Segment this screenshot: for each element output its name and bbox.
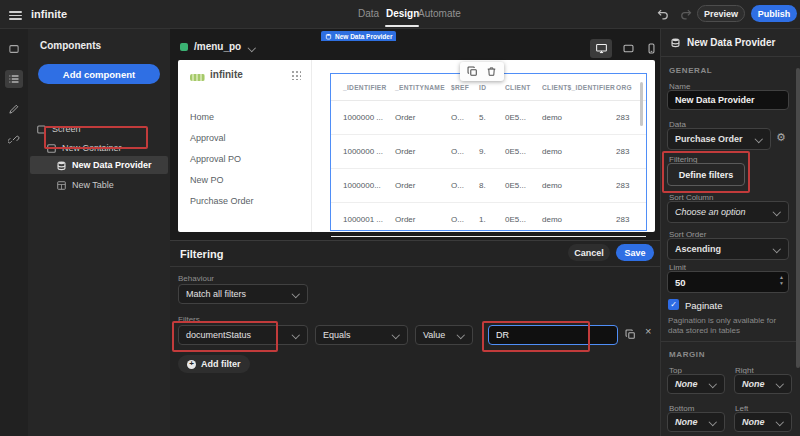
- table-row[interactable]: 1000000...OrderO...8.0E5...demo283: [331, 169, 646, 203]
- components-tree-icon[interactable]: [5, 70, 23, 88]
- table-cell: 1000000 ...: [343, 147, 395, 156]
- filter-value-input[interactable]: [488, 325, 618, 345]
- mobile-icon[interactable]: [640, 39, 662, 58]
- publish-button[interactable]: Publish: [751, 5, 797, 22]
- paginate-checkbox[interactable]: ✓: [668, 299, 679, 310]
- margin-right-select[interactable]: None: [734, 374, 792, 394]
- behaviour-select[interactable]: Match all filters: [178, 284, 308, 304]
- components-panel: Components Add component Screen New Cont…: [28, 28, 171, 436]
- chevron-down-icon: [457, 331, 465, 339]
- left-icon-rail: [0, 28, 29, 436]
- tab-design[interactable]: Design: [386, 8, 419, 19]
- screens-icon[interactable]: [5, 40, 23, 58]
- duplicate-filter-icon[interactable]: [625, 329, 636, 340]
- tree-item-label: Screen: [52, 124, 81, 134]
- remove-filter-icon[interactable]: ×: [645, 325, 651, 337]
- tablet-icon[interactable]: [617, 39, 639, 58]
- table-cell: 283: [616, 215, 646, 224]
- table-icon: [56, 180, 67, 191]
- data-source-select[interactable]: Purchase Order: [667, 128, 771, 150]
- add-filter-button[interactable]: + Add filter: [178, 355, 250, 373]
- theme-brush-icon[interactable]: [5, 100, 23, 118]
- menu-item-purchase-order[interactable]: Purchase Order: [190, 196, 254, 206]
- table-cell: Order: [395, 181, 451, 190]
- desktop-icon[interactable]: [590, 39, 612, 58]
- undo-icon[interactable]: [655, 7, 669, 21]
- name-input[interactable]: [667, 90, 789, 110]
- tree-item-new-container[interactable]: New Container: [46, 139, 166, 157]
- column-header[interactable]: CLIENT: [505, 84, 542, 91]
- preview-app-name: infinite: [210, 69, 243, 80]
- menu-item-home[interactable]: Home: [190, 112, 214, 122]
- table-cell: 1000000 ...: [343, 113, 395, 122]
- tree-item-new-data-provider[interactable]: New Data Provider: [30, 156, 168, 174]
- table-cell: demo: [542, 181, 616, 190]
- filter-operator-select[interactable]: Equals: [315, 325, 408, 345]
- table-cell: 1000000...: [343, 181, 395, 190]
- tab-data[interactable]: Data: [358, 8, 379, 19]
- filter-value-type-select[interactable]: Value: [415, 325, 473, 345]
- filtering-sheet: Filtering Cancel Save Behaviour Match al…: [170, 240, 660, 436]
- column-header[interactable]: $REF: [451, 84, 479, 91]
- column-header[interactable]: _ENTITYNAME: [395, 84, 451, 91]
- table-row[interactable]: 1000001 ...OrderO...1.0E5...demo283: [331, 203, 646, 237]
- tree-item-label: New Data Provider: [72, 160, 152, 170]
- preview-button[interactable]: Preview: [697, 5, 745, 22]
- duplicate-icon[interactable]: [467, 66, 478, 77]
- sort-column-select[interactable]: Choose an option: [667, 201, 789, 223]
- sort-order-select[interactable]: Ascending: [667, 238, 789, 260]
- apps-grid-icon[interactable]: [292, 71, 302, 81]
- page-selector[interactable]: /menu_po: [194, 41, 241, 52]
- tree-item-label: New Table: [72, 180, 114, 190]
- hamburger-menu-icon[interactable]: [9, 9, 22, 19]
- column-header[interactable]: _IDENTIFIER: [343, 84, 395, 91]
- tab-automate[interactable]: Automate: [418, 8, 461, 19]
- table-cell: 8.: [479, 181, 505, 190]
- inspector-scrollbar-thumb[interactable]: [796, 68, 800, 368]
- chevron-down-icon: [776, 380, 784, 388]
- menu-item-approval-po[interactable]: Approval PO: [190, 154, 241, 164]
- preview-table-body: 1000000 ...OrderO...5.0E5...demo28310000…: [331, 101, 646, 237]
- column-header[interactable]: CLIENT$_IDENTIFIER: [542, 84, 616, 91]
- margin-top-select[interactable]: None: [667, 374, 725, 394]
- margin-bottom-select[interactable]: None: [667, 412, 725, 432]
- gear-icon[interactable]: ⚙: [776, 131, 786, 144]
- filter-column-select[interactable]: documentStatus: [178, 325, 308, 345]
- component-selection-tag: New Data Provider: [321, 31, 396, 41]
- app-logo: [190, 74, 205, 81]
- redo-icon[interactable]: [680, 7, 694, 21]
- table-cell: O...: [451, 113, 479, 122]
- table-row[interactable]: 1000000 ...OrderO...5.0E5...demo283: [331, 101, 646, 135]
- table-cell: 9.: [479, 147, 505, 156]
- link-icon[interactable]: [5, 130, 23, 148]
- save-button[interactable]: Save: [616, 244, 654, 261]
- table-cell: 283: [616, 181, 646, 190]
- table-scrollbar-thumb[interactable]: [640, 82, 644, 126]
- active-tab-indicator: [385, 25, 419, 27]
- selected-data-provider-component[interactable]: _IDENTIFIER_ENTITYNAME$REFIDCLIENTCLIENT…: [330, 73, 647, 231]
- chevron-down-icon: [709, 380, 717, 388]
- stepper-arrows[interactable]: ▲▼: [779, 275, 784, 286]
- components-panel-title: Components: [40, 40, 101, 51]
- tree-item-new-table[interactable]: New Table: [56, 176, 166, 194]
- app-title: infinite: [31, 8, 67, 20]
- tree-item-screen[interactable]: Screen: [36, 120, 166, 138]
- trash-icon[interactable]: [486, 66, 497, 77]
- margin-left-select[interactable]: None: [734, 412, 792, 432]
- menu-item-approval[interactable]: Approval: [190, 133, 226, 143]
- table-row[interactable]: 1000000 ...OrderO...9.0E5...demo283: [331, 135, 646, 169]
- define-filters-button[interactable]: Define filters: [667, 163, 745, 186]
- column-header[interactable]: ID: [479, 84, 505, 91]
- table-cell: Order: [395, 113, 451, 122]
- add-component-button[interactable]: Add component: [38, 64, 160, 84]
- table-cell: 1000001 ...: [343, 215, 395, 224]
- cancel-button[interactable]: Cancel: [568, 244, 610, 261]
- chevron-down-icon: [292, 290, 300, 298]
- behaviour-label: Behaviour: [178, 274, 214, 283]
- table-cell: 0E5...: [505, 113, 542, 122]
- limit-input[interactable]: 50 ▲▼: [667, 271, 789, 293]
- chevron-down-icon: [292, 331, 300, 339]
- menu-item-new-po[interactable]: New PO: [190, 175, 224, 185]
- divider: [661, 341, 800, 342]
- inspector-panel: New Data Provider GENERAL Name Data Purc…: [660, 28, 800, 436]
